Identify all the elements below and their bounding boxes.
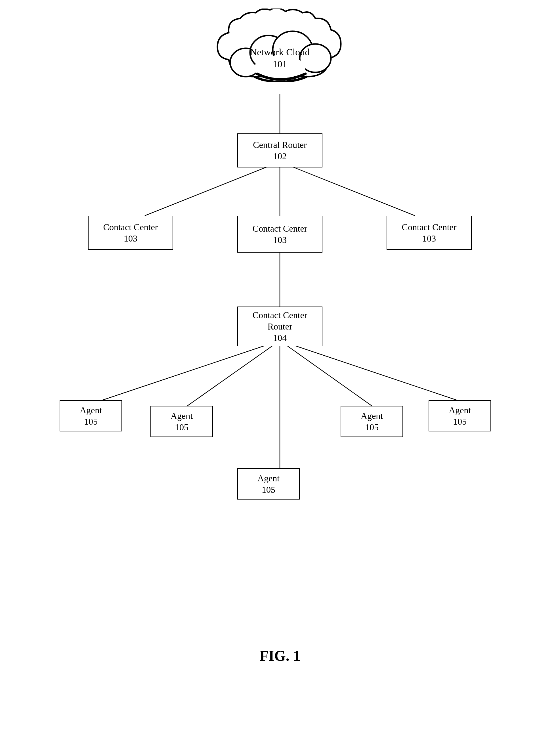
central-router-label2: 102 — [273, 150, 287, 162]
cc-center-label1: Contact Center — [253, 223, 307, 234]
figure-label: FIG. 1 — [259, 647, 300, 664]
agent-center-right-label1: Agent — [361, 410, 383, 421]
agent-center-left-label2: 105 — [175, 421, 188, 433]
cc-center-label2: 103 — [273, 234, 287, 246]
central-router-node: Central Router 102 — [237, 133, 322, 167]
svg-line-5 — [102, 341, 280, 400]
agent-far-left-node: Agent 105 — [60, 400, 122, 431]
svg-line-9 — [280, 341, 457, 400]
agent-far-left-label2: 105 — [84, 416, 98, 427]
central-router-label1: Central Router — [253, 139, 307, 150]
agent-center-right-label2: 105 — [365, 421, 379, 433]
agent-far-right-label1: Agent — [449, 404, 471, 416]
cloud-node: Network Cloud 101 — [209, 9, 351, 97]
svg-line-8 — [280, 341, 372, 406]
cc-router-node: Contact Center Router 104 — [237, 307, 322, 346]
agent-center-left-label1: Agent — [171, 410, 193, 421]
cc-right-label1: Contact Center — [402, 221, 457, 233]
cc-router-label1: Contact Center — [253, 309, 307, 321]
agent-far-left-label1: Agent — [80, 404, 102, 416]
agent-center-right-node: Agent 105 — [341, 406, 403, 437]
cc-router-label3: 104 — [273, 332, 287, 343]
svg-line-6 — [187, 341, 280, 406]
cc-right-label2: 103 — [422, 233, 436, 244]
agent-bottom-label1: Agent — [257, 473, 280, 484]
cc-left-label2: 103 — [124, 233, 137, 244]
agent-far-right-label2: 105 — [453, 416, 467, 427]
agent-far-right-node: Agent 105 — [429, 400, 491, 431]
cloud-label-line1: Network Cloud — [250, 46, 310, 58]
contact-center-left-node: Contact Center 103 — [88, 216, 173, 250]
contact-center-right-node: Contact Center 103 — [387, 216, 472, 250]
diagram: Network Cloud 101 Central Router 102 Con… — [0, 0, 560, 681]
contact-center-center-node: Contact Center 103 — [237, 216, 322, 253]
svg-line-1 — [145, 162, 280, 216]
cloud-label-line2: 101 — [250, 58, 310, 70]
svg-line-3 — [280, 162, 415, 216]
agent-center-left-node: Agent 105 — [150, 406, 213, 437]
agent-bottom-node: Agent 105 — [237, 468, 300, 500]
cc-left-label1: Contact Center — [103, 221, 158, 233]
cc-router-label2: Router — [267, 321, 292, 332]
agent-bottom-label2: 105 — [262, 484, 275, 495]
